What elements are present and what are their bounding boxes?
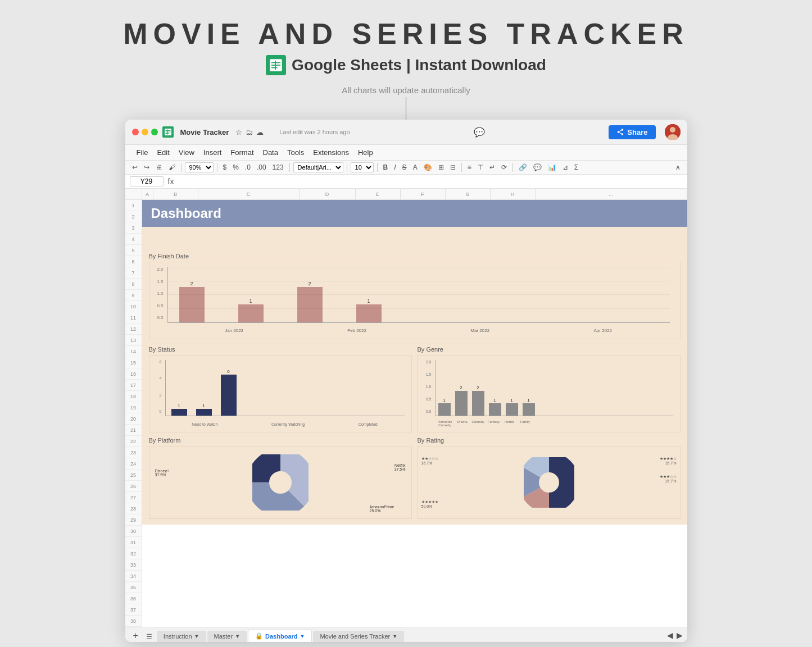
comment-add-btn[interactable]: 💬 [531, 162, 544, 172]
row-19: 19 [125, 402, 142, 413]
menu-bar: File Edit View Insert Format Data Tools … [125, 145, 687, 161]
decimal-dec-btn[interactable]: .0 [243, 162, 253, 172]
add-sheet-btn[interactable]: + [130, 630, 142, 642]
row-33: 33 [125, 559, 142, 571]
minimize-window-btn[interactable] [142, 129, 148, 135]
sheet-list-btn[interactable]: ☰ [143, 632, 156, 642]
align-btn[interactable]: ≡ [465, 162, 474, 172]
close-window-btn[interactable] [132, 129, 139, 135]
row-17: 17 [125, 380, 142, 391]
comment-icon[interactable]: 💬 [474, 127, 485, 138]
chart-btn[interactable]: 📊 [546, 162, 559, 172]
strikethrough-btn[interactable]: S [400, 162, 409, 172]
subtitle: Google Sheets | Instant Download [292, 56, 546, 74]
menu-view[interactable]: View [174, 147, 199, 158]
function-btn[interactable]: Σ [572, 162, 580, 172]
redo-btn[interactable]: ↪ [142, 162, 152, 172]
platform-pie-chart [252, 454, 309, 511]
platform-label-disney: Disney+37.5% [155, 469, 169, 477]
row-1: 1 [125, 200, 142, 211]
toolbar-sep-1 [181, 163, 182, 172]
zoom-select[interactable]: 90% [185, 162, 214, 172]
percent-btn[interactable]: % [230, 162, 241, 172]
bar-feb2022: 1 [238, 298, 264, 322]
menu-file[interactable]: File [132, 147, 153, 158]
user-avatar[interactable] [665, 124, 681, 140]
link-btn[interactable]: 🔗 [516, 162, 529, 172]
chart-platform-title: By Platform [149, 437, 412, 444]
bar-comedy: 2 [472, 385, 484, 416]
row-35: 35 [125, 582, 142, 593]
tab-movie-tracker[interactable]: Movie and Series Tracker ▼ [313, 631, 404, 642]
filter-btn[interactable]: ⊿ [560, 162, 570, 172]
row-31: 31 [125, 537, 142, 548]
star-icon[interactable]: ☆ [235, 128, 242, 136]
merge-btn[interactable]: ⊟ [448, 162, 458, 172]
menu-data[interactable]: Data [258, 147, 283, 158]
toolbar-sep-2 [217, 163, 217, 172]
tab-master[interactable]: Master ▼ [207, 631, 247, 642]
row-7: 7 [125, 267, 142, 279]
tab-scroll-left[interactable]: ◀ [667, 631, 673, 640]
collapse-btn[interactable]: ∧ [673, 162, 683, 172]
row-9: 9 [125, 290, 142, 301]
tab-scroll-right[interactable]: ▶ [677, 631, 683, 640]
tab-dashboard[interactable]: 🔒 Dashboard ▼ [248, 630, 312, 642]
menu-extensions[interactable]: Extensions [309, 147, 353, 158]
paint-format-btn[interactable]: 🖌 [166, 162, 178, 172]
undo-btn[interactable]: ↩ [130, 162, 140, 172]
col-header-more: ... [536, 189, 687, 200]
cloud-icon[interactable]: ☁ [256, 128, 264, 136]
fx-label: fx [168, 177, 174, 186]
font-size-select[interactable]: 10 [351, 162, 374, 172]
menu-help[interactable]: Help [353, 147, 378, 158]
menu-tools[interactable]: Tools [283, 147, 309, 158]
window-controls [132, 129, 158, 135]
tab-instruction[interactable]: Instruction ▼ [157, 631, 206, 642]
menu-format[interactable]: Format [226, 147, 258, 158]
folder-icon[interactable]: 🗂 [246, 128, 253, 136]
rotate-btn[interactable]: ⟳ [499, 162, 509, 172]
cell-reference[interactable] [130, 176, 164, 186]
decimal-inc-btn[interactable]: .00 [255, 162, 269, 172]
arrow-line [406, 97, 406, 120]
col-header-a: A [142, 189, 153, 200]
row-38: 38 [125, 616, 142, 627]
currency-btn[interactable]: $ [221, 162, 229, 172]
chart-by-status: By Status 0 2 4 6 [149, 346, 412, 432]
annotation-area: All charts will update automatically [342, 85, 470, 120]
bar-completed: 6 [221, 369, 237, 416]
tab-master-dropdown-icon: ▼ [235, 634, 240, 639]
font-select[interactable]: Default|Ari... [293, 162, 343, 172]
share-button[interactable]: Share [609, 125, 655, 139]
font-color-btn[interactable]: A [411, 162, 420, 172]
row-12: 12 [125, 324, 142, 335]
format-123-btn[interactable]: 123 [270, 162, 286, 172]
row-14: 14 [125, 346, 142, 357]
wrap-btn[interactable]: ↵ [487, 162, 497, 172]
chart-status-title: By Status [149, 346, 412, 353]
menu-edit[interactable]: Edit [152, 147, 174, 158]
valign-btn[interactable]: ⊤ [475, 162, 486, 172]
row-22: 22 [125, 436, 142, 447]
bold-btn[interactable]: B [381, 162, 391, 172]
tab-instruction-label: Instruction [164, 633, 192, 640]
italic-btn[interactable]: I [392, 162, 398, 172]
tab-movie-tracker-dropdown-icon: ▼ [392, 634, 397, 639]
toolbar-sep-4 [347, 163, 347, 172]
bar-currently-watching: 1 [196, 403, 212, 416]
toolbar-sep-6 [461, 163, 462, 172]
chart-by-platform: By Platform Disney+37.5% [149, 437, 412, 519]
fill-color-btn[interactable]: 🎨 [421, 162, 434, 172]
auto-update-label: All charts will update automatically [342, 85, 470, 95]
maximize-window-btn[interactable] [151, 129, 158, 135]
tab-dashboard-dropdown-icon: ▼ [300, 634, 305, 639]
print-btn[interactable]: 🖨 [153, 162, 165, 172]
menu-insert[interactable]: Insert [199, 147, 226, 158]
rating-label-5star: ★★★★★50.0% [421, 500, 438, 508]
bar-drama: 2 [455, 385, 468, 416]
borders-btn[interactable]: ⊞ [436, 162, 446, 172]
chart-by-rating: By Rating [418, 437, 681, 519]
chart-rating-title: By Rating [418, 437, 681, 444]
col-header-c: C [198, 189, 300, 200]
